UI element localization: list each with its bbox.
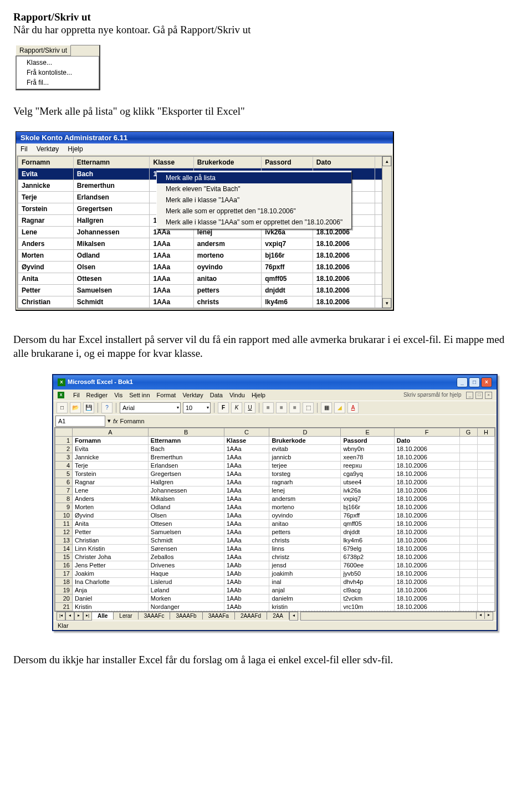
col-header[interactable]: D [269,428,341,436]
help-hint[interactable]: Skriv spørsmål for hjelp [403,392,461,398]
hscroll-left-icon[interactable]: ◂ [476,612,484,619]
cm-merk-klasse[interactable]: Merk alle i klasse "1AAa" [157,194,351,206]
underline-icon[interactable]: U [244,402,255,413]
row-header[interactable]: 8 [55,494,73,503]
table-row[interactable]: MortenOdland1AAamortenobj166r18.10.2006 [18,250,391,262]
align-center-icon[interactable]: ≡ [276,402,287,413]
row-header[interactable]: 11 [55,519,73,527]
menu-vindu[interactable]: Vindu [229,392,245,398]
col-header[interactable]: G [459,428,477,436]
row-header[interactable]: 1 [55,436,73,444]
row-header[interactable]: 13 [55,536,73,544]
fx-icon[interactable]: fx [113,418,118,424]
grid-row[interactable]: 16Jens PetterDrivenes1AAbjensd7600ee18.1… [55,561,495,569]
merge-icon[interactable]: ⬚ [303,402,314,413]
row-header[interactable]: 15 [55,552,73,561]
table-header[interactable]: Passord [262,157,313,168]
row-header[interactable]: 18 [55,577,73,586]
col-header[interactable]: F [394,428,459,436]
sheet-tab[interactable]: 3AAAFc [139,612,171,619]
row-header[interactable]: 10 [55,511,73,519]
grid-row[interactable]: 6RagnarHallgren1AAaragnarhutsee418.10.20… [55,478,495,486]
sheet-tab[interactable]: Alle [92,612,114,619]
table-row[interactable]: ChristianSchmidt1AAachristslky4m618.10.2… [18,296,391,308]
grid-row[interactable]: 10ØyvindOlsen1AAaoyvindo76pxff18.10.2006 [55,511,495,519]
col-header[interactable]: A [73,428,149,436]
row-header[interactable]: 16 [55,561,73,569]
row-header[interactable]: 2 [55,444,73,453]
hscroll-right-icon[interactable]: ▸ [484,612,493,619]
tab-more-icon[interactable]: ◂ [289,612,298,621]
menu-data[interactable]: Data [210,392,223,398]
grid-row[interactable]: 3JannickeBremerthun1AAajannicbxeen7818.1… [55,453,495,461]
cm-merk-alle-lista[interactable]: Merk alle på lista [157,172,351,183]
menu-rediger[interactable]: Rediger [86,392,108,398]
row-header[interactable]: 20 [55,594,73,602]
new-icon[interactable]: □ [57,402,68,413]
table-header[interactable]: Fornamn [18,157,74,168]
cm-merk-klasse-dato[interactable]: Merk alle i klasse "1AAa" som er opprett… [157,217,351,228]
rapport-menu-title[interactable]: Rapport/Skriv ut [16,45,71,56]
menu-format[interactable]: Format [157,392,176,398]
menu-vis[interactable]: Vis [114,392,122,398]
open-icon[interactable]: 📂 [70,402,81,413]
grid-row[interactable]: 4TerjeErlandsen1AAaterjeereepxu18.10.200… [55,461,495,469]
borders-icon[interactable]: ▦ [321,402,332,413]
tab-nav-first-icon[interactable]: |◂ [57,612,65,621]
row-header[interactable]: 5 [55,469,73,478]
table-row[interactable]: PetterSamuelsen1AAapettersdnjddt18.10.20… [18,285,391,296]
save-icon[interactable]: 💾 [83,402,94,413]
row-header[interactable]: 19 [55,586,73,594]
col-header[interactable]: E [341,428,394,436]
grid-row[interactable]: 18Ina CharlotteLislerud1AAbinaldhvh4p18.… [55,577,495,586]
table-header[interactable]: Dato [313,157,375,168]
grid-row[interactable]: 15Christer JohaZeballos1AAachristz6738p2… [55,552,495,561]
tab-nav-next-icon[interactable]: ▸ [74,612,83,621]
sheet-tab[interactable]: 3AAAFb [170,612,202,619]
grid-row[interactable]: 17JoakimHaque1AAbjoakimhjyvb5018.10.2006 [55,569,495,577]
menu-hjelp[interactable]: Hjelp [252,392,265,398]
grid-row[interactable]: 13ChristianSchmidt1AAachristslky4m618.10… [55,536,495,544]
grid-row[interactable]: 14Linn KristinSørensen1AAalinns679elg18.… [55,544,495,552]
menu-item-fra-kontoliste[interactable]: Frå kontoliste... [17,68,99,78]
tab-nav-prev-icon[interactable]: ◂ [65,612,74,621]
row-header[interactable]: 4 [55,461,73,469]
tab-nav-last-icon[interactable]: ▸| [83,612,92,621]
grid-row[interactable]: 1FornamnEtternamnKlasseBrukerkodePassord… [55,436,495,444]
row-header[interactable]: 21 [55,602,73,611]
table-header[interactable]: Etternamn [73,157,150,168]
cm-merk-dato[interactable]: Merk alle som er opprettet den "18.10.20… [157,206,351,217]
grid-row[interactable]: 12PetterSamuelsen1AAapettersdnjddt18.10.… [55,527,495,536]
doc-restore-button[interactable]: □ [475,392,483,399]
font-color-icon[interactable]: A [347,402,359,413]
grid-row[interactable]: 7LeneJohannessen1AAalenejivk26a18.10.200… [55,486,495,494]
grid-row[interactable]: 20DanielMorken1AAbdanielmt2vckm18.10.200… [55,594,495,602]
row-header[interactable]: 7 [55,486,73,494]
bold-icon[interactable]: F [218,402,229,413]
menu-verktoy[interactable]: Verktøy [37,145,59,153]
table-row[interactable]: ØyvindOlsen1AAaoyvindo76pxff18.10.2006 [18,262,391,273]
grid-row[interactable]: 21KristinNordanger1AAbkristinvrc10m18.10… [55,602,495,611]
col-header[interactable]: H [477,428,494,436]
table-header[interactable]: Klasse [150,157,193,168]
align-left-icon[interactable]: ≡ [263,402,274,413]
menu-verktoy[interactable]: Verktøy [182,392,203,398]
sheet-tab[interactable]: Lerar [114,612,138,619]
menu-fil[interactable]: Fil [73,392,80,398]
row-header[interactable]: 6 [55,478,73,486]
font-combo[interactable]: Arial [120,402,181,413]
menu-fil[interactable]: Fil [21,145,28,153]
menu-hjelp[interactable]: Hjelp [68,145,83,153]
sheet-tab[interactable]: 2AA [267,612,289,619]
table-header[interactable]: Brukerkode [193,157,261,168]
col-header[interactable]: B [148,428,224,436]
formula-content[interactable]: Fornamn [120,418,145,424]
italic-icon[interactable]: K [231,402,242,413]
scrollbar[interactable]: ▴ ▾ [382,156,391,308]
row-header[interactable]: 9 [55,503,73,511]
row-header[interactable]: 14 [55,544,73,552]
menu-item-fra-fil[interactable]: Frå fil... [17,78,99,88]
scroll-up-icon[interactable]: ▴ [382,156,391,166]
grid-row[interactable]: 9MortenOdland1AAamortenobj166r18.10.2006 [55,503,495,511]
scroll-down-icon[interactable]: ▾ [382,298,391,308]
